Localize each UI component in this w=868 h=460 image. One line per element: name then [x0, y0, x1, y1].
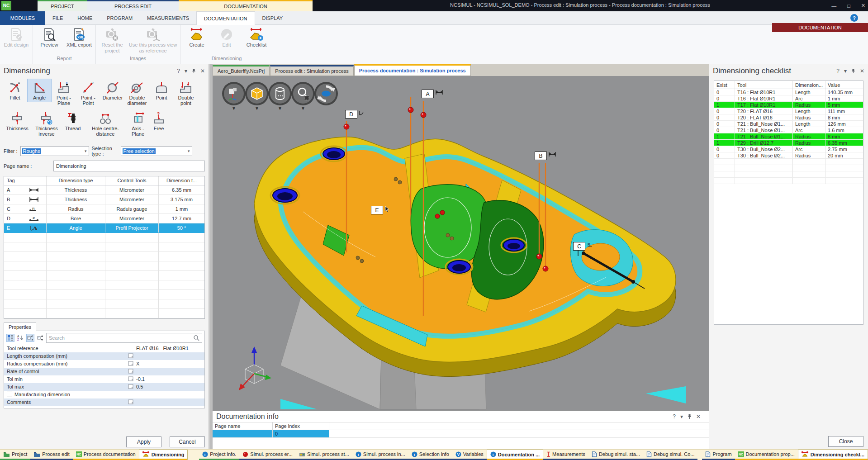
taskbar-item-dimensioning-checkl[interactable]: Dimensioning checkl...: [798, 450, 868, 460]
column-header[interactable]: Page name: [213, 422, 273, 430]
zoom-button[interactable]: [291, 82, 315, 105]
solid-display-button[interactable]: [245, 82, 269, 105]
ribbon-tab-measurements[interactable]: MEASUREMENTS: [140, 11, 196, 25]
taskbar-item-program[interactable]: Program: [702, 450, 735, 460]
xml-export-button[interactable]: XMLXML export: [65, 27, 94, 49]
dimension-row-B[interactable]: B Thickness Micrometer 3.175 mm: [4, 195, 204, 204]
taskbar-item-process-documentation[interactable]: NCProcess documentation: [73, 450, 139, 460]
dimension-row-E[interactable]: E Angle Profil Projector 50 °: [4, 223, 204, 233]
tool-point-point[interactable]: ××Point - Point: [76, 79, 100, 108]
taskbar-item-simul-process-st[interactable]: Simul. process st...: [296, 450, 352, 460]
checklist-row[interactable]: 1 T29 : Drill Ø12.7 Radius 6.35 mm: [714, 140, 863, 146]
panel-menu-icon[interactable]: ▾: [680, 413, 683, 420]
page-index-cell[interactable]: 0: [273, 430, 329, 437]
edit-field-icon[interactable]: [128, 353, 134, 359]
workspace-tab-documentation[interactable]: DOCUMENTATION: [179, 0, 313, 11]
tool-fillet[interactable]: Fillet: [3, 79, 27, 102]
chevron-down-icon[interactable]: ▼: [245, 106, 269, 111]
panel-close-icon[interactable]: ✕: [200, 68, 205, 74]
chevron-down-icon[interactable]: ▼: [222, 106, 246, 111]
preview-button[interactable]: Preview: [35, 27, 64, 49]
panel-close-icon[interactable]: ✕: [696, 413, 701, 420]
apply-button[interactable]: Apply: [126, 436, 161, 447]
property-row-tol-min[interactable]: Tol min-0.1: [4, 375, 204, 383]
expand-icon[interactable]: [26, 334, 34, 342]
viewport-tab[interactable]: Process edit : Simulation process: [270, 65, 354, 76]
checklist-row[interactable]: 0 T16 : Flat Ø10R1 Arc 1 mm: [714, 95, 863, 102]
page-name-cell[interactable]: [213, 430, 273, 437]
dimension-marker-A[interactable]: A: [422, 90, 443, 98]
panel-help-icon[interactable]: ?: [673, 413, 676, 420]
workspace-tab-project[interactable]: PROJECT: [38, 0, 87, 11]
panel-help-icon[interactable]: ?: [836, 68, 840, 74]
tool-thread[interactable]: Thread: [62, 109, 84, 133]
tool-diameter[interactable]: Diameter: [100, 79, 125, 102]
viewport-tab[interactable]: Aero_Buterffly.NcsPrj: [213, 65, 270, 76]
sort-az-icon[interactable]: AZ: [16, 334, 24, 342]
taskbar-item-debug-simul-co[interactable]: Debug simul. Co...: [643, 450, 697, 460]
dimension-row-C[interactable]: C R Radius Raduis gauge 1 mm: [4, 204, 204, 214]
table-header[interactable]: TagDimension type Control ToolsDimension…: [4, 176, 204, 185]
tab-properties[interactable]: Properties: [4, 322, 36, 331]
checklist-row[interactable]: 1 T17 : Flat Ø10R1 Radius 5 mm: [714, 102, 863, 108]
panel-close-icon[interactable]: ✕: [860, 68, 864, 74]
taskbar-item-project-info[interactable]: iProject info.: [199, 450, 239, 460]
dimension-marker-D[interactable]: D: [345, 110, 365, 119]
tool-point-plane[interactable]: Point - Plane: [52, 79, 76, 108]
taskbar-item-debug-simul-sta[interactable]: Debug simul. sta...: [588, 450, 643, 460]
checklist-row[interactable]: 0 T30 : Bull_Nose Ø2... Radius 20 mm: [714, 152, 863, 159]
refresh-view-button[interactable]: [314, 82, 338, 105]
edit-field-icon[interactable]: [128, 376, 134, 382]
ribbon-tab-display[interactable]: DISPLAY: [255, 11, 290, 25]
taskbar-item-variables[interactable]: VVariables: [452, 450, 487, 460]
edit-field-icon[interactable]: [128, 361, 134, 366]
panel-menu-icon[interactable]: ▾: [844, 68, 847, 74]
checklist-row[interactable]: 0 T21 : Bull_Nose Ø1... Length 126 mm: [714, 121, 863, 127]
taskbar-item-selection-info[interactable]: iSelection info: [408, 450, 452, 460]
checklist-button[interactable]: Checklist: [242, 27, 271, 49]
tool-point[interactable]: Point: [149, 79, 174, 102]
checklist-header[interactable]: ExistToolDimension...Value: [714, 81, 863, 89]
viewport-tab[interactable]: Process documentation : Simulation proce…: [354, 64, 471, 76]
create-button[interactable]: Create: [182, 27, 211, 49]
property-row-length-compensation-mm-[interactable]: Length compensation (mm): [4, 352, 204, 360]
tool-thickness-inv[interactable]: Thickness inverse: [32, 109, 62, 138]
panel-menu-icon[interactable]: ▾: [185, 68, 187, 74]
edit-field-icon[interactable]: [128, 399, 134, 405]
ribbon-tab-home[interactable]: HOME: [70, 11, 100, 25]
taskbar-item-simul-process-in[interactable]: iSimul. process in...: [352, 450, 408, 460]
dimension-marker-C[interactable]: CR: [573, 242, 593, 251]
taskbar-item-measurements[interactable]: Measurements: [543, 450, 588, 460]
dimension-row-A[interactable]: A Thickness Micrometer 6.35 mm: [4, 185, 204, 195]
ribbon-tab-file[interactable]: FILE: [45, 11, 70, 25]
checkbox[interactable]: [7, 392, 12, 397]
panel-pin-icon[interactable]: [851, 68, 855, 74]
search-input[interactable]: Search: [46, 333, 202, 343]
3d-viewport[interactable]: ▼▼▼▼ DABECR: [213, 76, 709, 411]
page-name-input[interactable]: Dimensioning: [53, 161, 205, 171]
panel-help-icon[interactable]: ?: [177, 68, 180, 74]
panel-pin-icon[interactable]: [192, 68, 196, 74]
property-row-comments[interactable]: Comments: [4, 398, 204, 406]
checklist-row[interactable]: 0 T30 : Bull_Nose Ø2... Arc 2.75 mm: [714, 146, 863, 152]
minimize-icon[interactable]: —: [831, 3, 836, 9]
ribbon-tab-program[interactable]: PROGRAM: [100, 11, 140, 25]
checklist-row[interactable]: 0 T16 : Flat Ø10R1 Length 140.35 mm: [714, 89, 863, 95]
taskbar-item-documentation-prop[interactable]: NCDocumentation prop...: [735, 450, 798, 460]
chevron-down-icon[interactable]: ▼: [268, 106, 292, 111]
taskbar-item-dimensioning[interactable]: Dimensioning: [139, 450, 188, 460]
chevron-down-icon[interactable]: ▼: [291, 106, 315, 111]
table-row[interactable]: 0: [213, 430, 709, 438]
edit-field-icon[interactable]: [128, 369, 134, 374]
property-row-rate-of-control[interactable]: Rate of control: [4, 368, 204, 375]
property-row-tool-reference[interactable]: Tool referenceFLAT Ø16 - Flat Ø10R1: [4, 345, 204, 352]
restore-icon[interactable]: □: [847, 3, 850, 9]
chevron-down-icon[interactable]: ▾: [188, 149, 190, 153]
taskbar-item-simul-process-er[interactable]: Simul. process er...: [239, 450, 296, 460]
checklist-row[interactable]: 0 T20 : FLAT Ø16 Radius 8 mm: [714, 114, 863, 121]
property-row-radius-compensation-mm-[interactable]: Radius compensation (mm)X: [4, 360, 204, 368]
checklist-row[interactable]: 0 T20 : FLAT Ø16 Length 111 mm: [714, 108, 863, 114]
column-header[interactable]: Page index: [273, 422, 329, 430]
view-orientation-button[interactable]: [222, 82, 246, 105]
taskbar-item-documentation[interactable]: iDocumentation ...: [487, 450, 543, 460]
